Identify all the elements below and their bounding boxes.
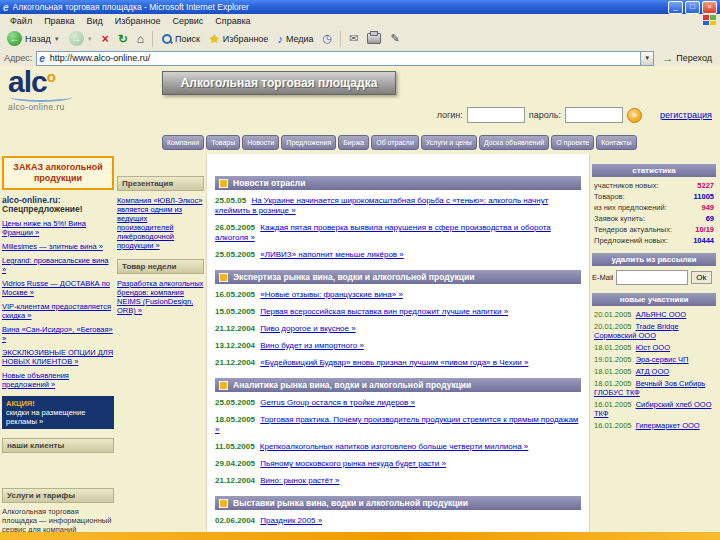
email-input[interactable] [616,270,688,285]
login-input[interactable] [467,107,525,123]
news-link[interactable]: Вино: рынок растёт » [260,476,339,485]
menu-item[interactable]: Справка [209,16,256,26]
member-link[interactable]: АТД ООО [636,367,669,376]
nav-tab[interactable]: О проекте [551,135,594,150]
news-link[interactable]: Каждая пятая проверка выявила нарушения … [215,223,551,242]
services-header: Услуги и тарифы [2,488,114,503]
media-button[interactable]: ♪ Медиа [274,32,316,46]
nav-tab[interactable]: Биржа [338,135,369,150]
media-icon: ♪ [277,33,283,45]
news-item: 21.12.2004 Вино: рынок растёт » [215,476,581,486]
sidebar-link[interactable]: VIP-клиентам предоставляется скидка » [2,302,114,320]
password-label: пароль: [529,110,561,120]
stat-value: 69 [706,214,714,223]
week-product-links: Разработка алкогольных брендов: компания… [117,279,204,315]
main-nav: Компании Товары Новости Предложения Бирж… [162,135,716,150]
order-box[interactable]: ЗАКАЗ алкогольной продукции [2,156,114,190]
sidebar-link[interactable]: ЭКСКЛЮЗИВНЫЕ ОПЦИИ ДЛЯ НОВЫХ КЛИЕНТОВ » [2,348,114,366]
stat-row: Тендеров актуальных: 10/19 [594,225,714,234]
sidebar-link[interactable]: Millesimes — элитные вина » [2,242,114,251]
news-link[interactable]: Торговая практика. Почему производитель … [215,415,578,434]
clients-logos-area [2,457,114,479]
presentation-link[interactable]: Компания «ЮВЛ-Элкос» является одним из в… [117,196,204,250]
address-dropdown-icon[interactable]: ▼ [640,52,653,65]
news-link[interactable]: Крепкоалкогольных напитков изготовлено б… [260,442,528,451]
nav-tab[interactable]: Об отрасли [371,135,419,150]
news-list: 25.05.05 На Украине начинается широкомас… [215,196,581,260]
nav-tab[interactable]: Услуги и цены [421,135,477,150]
expertise-section-header: Экспертиза рынка вина, водки и алкогольн… [215,270,581,284]
edit-button[interactable]: ✎ [387,31,402,46]
sidebar-link[interactable]: Цены ниже на 5%! Вина Франции » [2,219,114,237]
sidebar-link[interactable]: Новые объявления предложений » [2,371,114,389]
stat-label: из них предложений: [594,203,667,212]
register-link[interactable]: регистрация [660,110,712,120]
password-input[interactable] [565,107,623,123]
menu-item[interactable]: Избранное [109,16,167,26]
member-link[interactable]: АЛЬЯНС ООО [636,310,687,319]
refresh-button[interactable]: ↻ [115,31,131,47]
nav-tab[interactable]: Контакты [596,135,636,150]
exhibitions-list: 02.06.2004 Праздник 2005 » 14.04.2004 Мо… [215,516,581,532]
back-button[interactable]: ← Назад ▼ [4,30,63,47]
news-link[interactable]: На Украине начинается широкомасштабная б… [215,196,548,215]
nav-tab[interactable]: Новости [242,135,279,150]
search-button[interactable]: Поиск [158,32,203,45]
news-link[interactable]: Вино будет из импортного » [260,341,364,350]
address-field: e ▼ [36,51,654,66]
news-link[interactable]: «Новые отзывы: французские вина» » [260,290,403,299]
back-icon: ← [7,31,22,46]
member-row: 18.01.2005 Вечный Зов Сибирь ГЛОБУС ТКФ [594,379,714,397]
maximize-button[interactable]: □ [685,1,700,14]
login-submit-button[interactable]: » [627,108,642,123]
forward-button[interactable]: → ▼ [66,30,96,47]
news-link[interactable]: Gerrus Group остался в тройке лидеров » [260,398,415,407]
go-button[interactable]: → Переход [658,52,716,64]
address-input[interactable] [48,52,637,65]
week-product-link[interactable]: Разработка алкогольных брендов: компания… [117,279,204,315]
news-date: 26.05.2005 [215,223,255,232]
menu-item[interactable]: Сервис [166,16,209,26]
news-link[interactable]: Пиво дорогое и вкусное » [260,324,355,333]
right-sidebar: статистика участников новых: 5227 Товаро… [592,164,716,532]
promo-box[interactable]: АКЦИЯ! скидки на размещение рекламы » [2,396,114,429]
sidebar-link[interactable]: Legrand: провансальские вина » [2,256,114,274]
mail-button[interactable]: ✉ [346,31,361,46]
media-label: Медиа [286,34,314,44]
news-link[interactable]: Пьяному московского рынка некуда будет р… [260,459,446,468]
minimize-button[interactable]: _ [668,1,683,14]
stop-button[interactable]: × [99,31,112,47]
news-link[interactable]: Праздник 2005 » [260,516,322,525]
sidebar-link[interactable]: Vidrios Russe — ДОСТАВКА по Москве » [2,279,114,297]
stats-list: участников новых: 5227 Товаров: 11005 из… [592,181,716,245]
print-button[interactable] [364,32,384,45]
member-link[interactable]: Эра-сервис ЧП [636,355,689,364]
news-link[interactable]: «ЛИВИЗ» наполнит меньше ликёров » [260,250,403,259]
nav-tab[interactable]: Товары [206,135,240,150]
menu-item[interactable]: Вид [81,16,109,26]
home-button[interactable]: ⌂ [134,31,147,47]
promo-title: АКЦИЯ! [6,399,110,408]
nav-tab[interactable]: Доска объявлений [479,135,549,150]
favorites-button[interactable]: ★ Избранное [206,31,271,47]
nav-tab[interactable]: Предложения [281,135,336,150]
back-dropdown-icon[interactable]: ▼ [54,36,60,42]
ok-button[interactable]: Ok [691,271,711,284]
history-button[interactable]: ◷ [320,31,336,46]
member-link[interactable]: Юст ООО [636,343,670,352]
close-button[interactable]: × [702,1,717,14]
news-link[interactable]: «Будейовицкий Будвар» вновь признан лучш… [260,358,528,367]
member-date: 20.01.2005 [594,322,632,331]
menu-item[interactable]: Файл [4,16,38,26]
member-link[interactable]: Гипермаркет ООО [636,421,700,430]
print-icon [367,33,381,44]
menu-item[interactable]: Правка [38,16,80,26]
nav-tab[interactable]: Компании [162,135,204,150]
home-icon: ⌂ [137,32,144,46]
site-logo[interactable]: alco alco-online.ru [8,68,158,112]
news-link[interactable]: Первая всероссийская выставка вин предло… [260,307,508,316]
news-item: 13.12.2004 Вино будет из импортного » [215,341,581,351]
news-date: 15.05.2005 [215,307,255,316]
sidebar-link[interactable]: Вина «Сан-Исидро», «Беговая» » [2,325,114,343]
go-arrow-icon: → [662,52,673,64]
